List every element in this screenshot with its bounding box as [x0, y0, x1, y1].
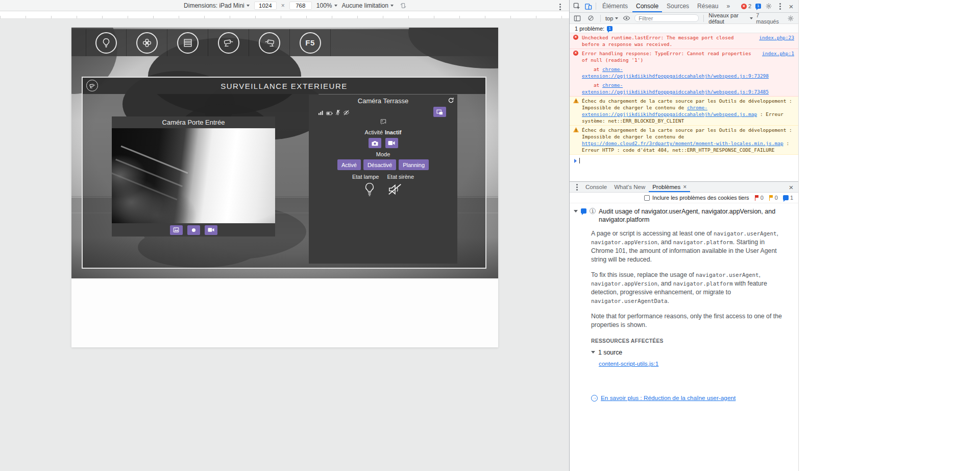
- drawer-tab-console[interactable]: Console: [582, 182, 610, 192]
- signal-icon: [318, 108, 324, 117]
- snapshot-image-button[interactable]: [170, 225, 183, 235]
- record-video-button[interactable]: [385, 138, 398, 148]
- learn-more-link[interactable]: En savoir plus : Réduction de la chaîne …: [601, 394, 736, 402]
- console-text-link[interactable]: chrome-extension://pgjjikdiikihdfpoppgai…: [582, 82, 769, 95]
- viewport-width-input[interactable]: 1024: [254, 2, 277, 10]
- console-prompt[interactable]: [570, 155, 798, 163]
- mode-planning-button[interactable]: Planning: [399, 159, 429, 170]
- toolbar-climate-button[interactable]: [127, 29, 167, 56]
- more-options-icon[interactable]: [775, 1, 785, 11]
- mode-disabled-button[interactable]: Désactivé: [363, 159, 396, 170]
- drawer-tab-problems[interactable]: Problèmes: [649, 182, 690, 192]
- device-dimensions-label: Dimensions: iPad Mini: [184, 2, 244, 9]
- settings-gear-icon[interactable]: [764, 1, 774, 11]
- toolbar-camera-ptz-button[interactable]: [208, 29, 249, 56]
- record-button[interactable]: [187, 225, 200, 235]
- ruler: [0, 11, 569, 19]
- tab-sources[interactable]: Sources: [663, 0, 693, 12]
- mode-active-button[interactable]: Activé: [337, 159, 361, 170]
- console-text-link[interactable]: chrome-extension://pgjjikdiikihdfpoppgai…: [582, 66, 769, 79]
- emulated-viewport: F5 SURVEILLANCE EXTERIEURE: [0, 19, 569, 471]
- console-filter-input[interactable]: [634, 14, 699, 22]
- source-group[interactable]: 1 source: [591, 349, 785, 356]
- take-photo-button[interactable]: [369, 138, 381, 148]
- infobar-label: 1 problème:: [575, 26, 604, 32]
- issues-icon: 1: [755, 4, 761, 9]
- learn-more-row[interactable]: En savoir plus : Réduction de la chaîne …: [591, 394, 785, 402]
- third-party-checkbox[interactable]: [644, 195, 650, 201]
- camera-terrace-card: Caméra Terrasse: [309, 95, 457, 264]
- toolbar-f5-button[interactable]: F5: [290, 29, 331, 56]
- context-value: top: [605, 15, 613, 21]
- throttling-dropdown[interactable]: Aucune limitation: [342, 2, 394, 9]
- page-footer: [71, 278, 498, 347]
- console-text-link[interactable]: https://domo.cloud2.fr/3rdparty/moment/m…: [582, 140, 783, 146]
- refresh-icon[interactable]: [448, 97, 454, 105]
- video-button[interactable]: [205, 225, 217, 235]
- rotate-viewport-icon[interactable]: [398, 1, 408, 11]
- clear-console-icon[interactable]: [585, 13, 596, 23]
- activity-label: Activité: [365, 129, 383, 135]
- chevron-down-icon: [574, 210, 578, 215]
- console-source-link[interactable]: index.php:23: [759, 34, 794, 41]
- tab-console[interactable]: Console: [632, 0, 662, 12]
- chevron-down-icon: [591, 351, 595, 356]
- close-devtools-icon[interactable]: [786, 1, 796, 11]
- tab-network[interactable]: Réseau: [694, 0, 722, 12]
- toolbar-shutter-button[interactable]: [167, 29, 208, 56]
- console-message: Échec du chargement de la carte source p…: [570, 126, 798, 155]
- infobar-issue-icon: 1: [607, 26, 612, 31]
- issue-header[interactable]: 1 Audit usage of navigator.userAgent, na…: [570, 203, 798, 226]
- log-levels-dropdown[interactable]: Niveaux par défaut: [708, 12, 753, 25]
- console-text: Échec du chargement de la carte source p…: [582, 127, 795, 139]
- hidden-messages-count[interactable]: 7 masqués: [756, 12, 779, 25]
- console-text: at: [582, 66, 602, 72]
- console-message: index.php:1Error handling response: Type…: [570, 49, 798, 65]
- source-group-label: 1 source: [598, 349, 622, 356]
- drawer-tab-whats-new[interactable]: What's New: [610, 182, 649, 192]
- error-count-badge[interactable]: 2: [741, 3, 751, 9]
- close-drawer-icon[interactable]: [786, 182, 796, 192]
- console-text: at: [582, 82, 602, 88]
- error-count: 2: [748, 3, 751, 9]
- toolbar-light-button[interactable]: [86, 29, 127, 56]
- lightbulb-icon: [95, 32, 117, 54]
- zoom-dropdown[interactable]: 100%: [316, 2, 337, 9]
- lamp-bulb-icon[interactable]: [364, 182, 375, 199]
- siren-state-label: Etat sirène: [387, 174, 414, 180]
- paragraph-text: To fix this issue, replace the usage of: [591, 271, 696, 278]
- camera-door-card: Caméra Porte Entrée: [112, 116, 275, 237]
- device-toolbar-controls: Dimensions: iPad Mini 1024 × 768 100% Au…: [184, 1, 408, 11]
- divider: [596, 3, 596, 10]
- viewport-height-input[interactable]: 768: [289, 2, 312, 10]
- camera-door-video-feed: [112, 128, 275, 223]
- live-expression-eye-icon[interactable]: [621, 13, 631, 23]
- toolbar-camera-button[interactable]: [249, 29, 290, 56]
- issues-count-badge[interactable]: 1: [755, 4, 761, 9]
- console-sidebar-icon[interactable]: [572, 13, 582, 23]
- camera-terrace-title: Caméra Terrasse: [358, 97, 408, 105]
- issues-infobar[interactable]: 1 problème: 1: [570, 24, 798, 33]
- console-source-link[interactable]: index.php:1: [762, 50, 794, 57]
- device-type-dropdown[interactable]: Dimensions: iPad Mini: [184, 2, 250, 9]
- context-selector[interactable]: top: [605, 15, 618, 21]
- code-text: navigator.userAgentData: [591, 298, 668, 304]
- chevron-down-icon: [750, 17, 753, 21]
- close-tab-icon[interactable]: [683, 184, 687, 190]
- console-settings-gear-icon[interactable]: [786, 13, 796, 23]
- log-levels-value: Niveaux par défaut: [708, 12, 748, 25]
- more-tabs-button[interactable]: »: [723, 0, 733, 12]
- camera-icon: [86, 80, 98, 91]
- device-toolbar-toggle-icon[interactable]: [583, 1, 593, 11]
- affected-source-link[interactable]: content-script-utils.js:1: [599, 360, 658, 367]
- inspect-icon[interactable]: [572, 1, 582, 11]
- siren-off-icon[interactable]: [387, 182, 403, 199]
- drawer-more-icon[interactable]: [572, 182, 582, 192]
- counter-value: 0: [761, 195, 764, 201]
- tab-elements[interactable]: Éléments: [599, 0, 631, 12]
- desktop-area: [799, 0, 980, 471]
- device-toolbar-menu-icon[interactable]: [555, 2, 565, 12]
- third-party-checkbox-label: Inclure les problèmes des cookies tiers: [652, 195, 749, 201]
- popup-window-button[interactable]: [433, 107, 446, 117]
- eye-off-icon: [343, 108, 350, 117]
